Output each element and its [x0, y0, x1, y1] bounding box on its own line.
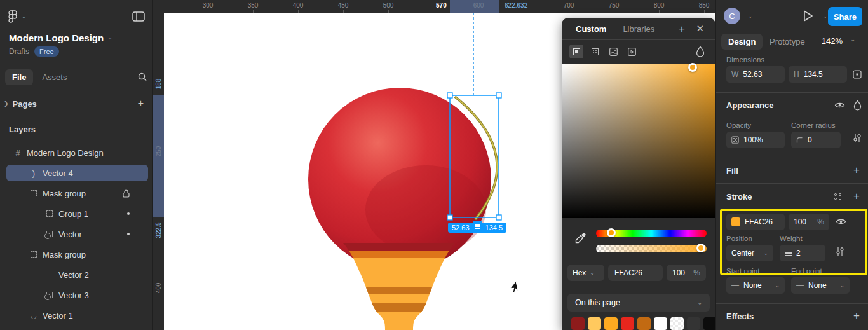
- layer-row-modern-logo-design[interactable]: #Modern Logo Design: [0, 142, 153, 163]
- layer-icon: ◡: [29, 312, 39, 320]
- scope-dropdown[interactable]: On this page ⌄: [567, 294, 710, 312]
- vertical-ruler[interactable]: 188250322.5400: [153, 13, 164, 330]
- avatar[interactable]: C: [724, 8, 740, 24]
- tab-custom[interactable]: Custom: [576, 24, 606, 34]
- pages-section-label[interactable]: Pages: [13, 99, 37, 109]
- horizontal-ruler[interactable]: 300350400450500570600622.632700750800850: [153, 0, 715, 13]
- video-fill-icon[interactable]: [625, 45, 639, 58]
- layer-row-vector[interactable]: Vector: [0, 224, 153, 244]
- opacity-label: Opacity: [726, 121, 751, 129]
- zoom-level[interactable]: 142%: [822, 36, 843, 46]
- chevron-down-icon[interactable]: ⌄: [748, 13, 753, 19]
- sliders-icon[interactable]: [853, 133, 862, 143]
- tab-file[interactable]: File: [5, 69, 33, 85]
- tab-libraries[interactable]: Libraries: [623, 24, 654, 34]
- constrain-icon[interactable]: [852, 69, 862, 79]
- color-swatch[interactable]: [687, 317, 700, 330]
- opacity-input[interactable]: 100%: [667, 265, 706, 281]
- eyedropper-icon[interactable]: [574, 232, 587, 245]
- layer-row-vector-4[interactable]: )Vector 4: [0, 163, 153, 183]
- add-style-icon[interactable]: +: [679, 23, 685, 36]
- hue-slider[interactable]: [596, 230, 707, 237]
- stroke-color-row[interactable]: FFAC26: [726, 214, 785, 230]
- chevron-down-icon[interactable]: ⌄: [823, 13, 828, 19]
- chevron-down-icon[interactable]: ⌄: [850, 36, 855, 43]
- search-icon[interactable]: [137, 72, 147, 82]
- layer-row-mask-group[interactable]: Mask group: [0, 244, 153, 265]
- styles-four-dots-icon[interactable]: [834, 193, 841, 200]
- share-button[interactable]: Share: [828, 7, 862, 26]
- layer-row-vector-3[interactable]: Vector 3: [0, 285, 153, 305]
- color-swatch[interactable]: [571, 317, 585, 330]
- ruler-tick: 400: [155, 282, 162, 293]
- layer-icon: [44, 231, 55, 237]
- stroke-weight-input[interactable]: 2: [780, 245, 825, 261]
- chevron-down-icon[interactable]: ⌄: [22, 13, 27, 20]
- ruler-tick: 600: [473, 2, 484, 9]
- opacity-grid-icon: [731, 136, 739, 144]
- figma-logo-icon[interactable]: [8, 10, 18, 24]
- alpha-slider[interactable]: [596, 245, 707, 252]
- chevron-down-icon[interactable]: ⌄: [107, 34, 112, 41]
- saturation-value-field[interactable]: [562, 64, 715, 218]
- start-point-dropdown[interactable]: —None⌄: [726, 277, 785, 294]
- ruler-tick: 450: [338, 2, 349, 9]
- width-input[interactable]: W52.63: [726, 66, 785, 83]
- solid-fill-icon[interactable]: [569, 45, 583, 58]
- image-fill-icon[interactable]: [606, 45, 620, 58]
- stroke-opacity-input[interactable]: 100%: [789, 214, 829, 230]
- file-title[interactable]: Modern Logo Design: [9, 32, 104, 43]
- gradient-fill-icon[interactable]: [588, 45, 602, 58]
- hex-input[interactable]: FFAC26: [608, 265, 663, 281]
- tab-assets[interactable]: Assets: [42, 72, 67, 82]
- blend-droplet-icon[interactable]: [696, 46, 705, 57]
- corner-radius-input[interactable]: 0: [791, 132, 841, 148]
- color-swatch[interactable]: [621, 317, 634, 330]
- tab-prototype[interactable]: Prototype: [770, 37, 805, 46]
- tab-design[interactable]: Design: [721, 34, 763, 50]
- effects-label: Effects: [726, 312, 754, 321]
- color-swatch[interactable]: [703, 317, 717, 330]
- layout-panel-icon[interactable]: [132, 11, 145, 22]
- breadcrumb[interactable]: Drafts: [9, 47, 29, 56]
- color-swatch[interactable]: [670, 317, 684, 330]
- chevron-right-icon[interactable]: ❯: [4, 100, 9, 107]
- color-mode-dropdown[interactable]: Hex⌄: [567, 265, 604, 281]
- blend-droplet-icon[interactable]: [853, 100, 862, 111]
- stroke-position-dropdown[interactable]: Center⌄: [726, 245, 773, 261]
- add-fill-icon[interactable]: +: [853, 164, 860, 177]
- ruler-tick: 622.632: [505, 2, 527, 9]
- color-swatch[interactable]: [637, 317, 651, 330]
- lock-icon[interactable]: [123, 189, 130, 198]
- width-value: 52.63: [448, 223, 473, 233]
- add-stroke-icon[interactable]: +: [853, 190, 860, 203]
- layer-row-vector-2[interactable]: —Vector 2: [0, 265, 153, 285]
- hue-handle[interactable]: [607, 228, 616, 237]
- layer-row-mask-group[interactable]: Mask group: [0, 183, 153, 203]
- stroke-color-chip[interactable]: [731, 217, 740, 226]
- layer-row-vector-1[interactable]: ◡Vector 1: [0, 305, 153, 326]
- sliders-icon[interactable]: [836, 246, 844, 256]
- ruler-tick: 800: [654, 2, 665, 9]
- height-input[interactable]: H134.5: [789, 66, 847, 83]
- add-effect-icon[interactable]: +: [853, 310, 860, 322]
- end-point-dropdown[interactable]: —None⌄: [791, 277, 850, 294]
- eye-icon[interactable]: [834, 101, 845, 109]
- color-field-handle[interactable]: [688, 63, 697, 72]
- layer-row-group-1[interactable]: Group 1: [0, 203, 153, 224]
- position-label: Position: [726, 235, 752, 242]
- color-swatch[interactable]: [604, 317, 618, 330]
- remove-stroke-icon[interactable]: —: [853, 215, 862, 225]
- add-page-icon[interactable]: +: [138, 98, 144, 109]
- layer-dot: [127, 212, 130, 215]
- close-icon[interactable]: ✕: [696, 23, 704, 34]
- color-swatch[interactable]: [588, 317, 601, 330]
- color-swatch[interactable]: [654, 317, 667, 330]
- dimensions-label: Dimensions: [726, 56, 764, 64]
- swatch-list: [571, 317, 717, 330]
- play-icon[interactable]: [803, 10, 814, 22]
- eye-icon[interactable]: [836, 217, 846, 226]
- opacity-input[interactable]: 100%: [726, 132, 785, 148]
- alpha-handle[interactable]: [696, 244, 705, 252]
- layer-icon: #: [13, 148, 23, 158]
